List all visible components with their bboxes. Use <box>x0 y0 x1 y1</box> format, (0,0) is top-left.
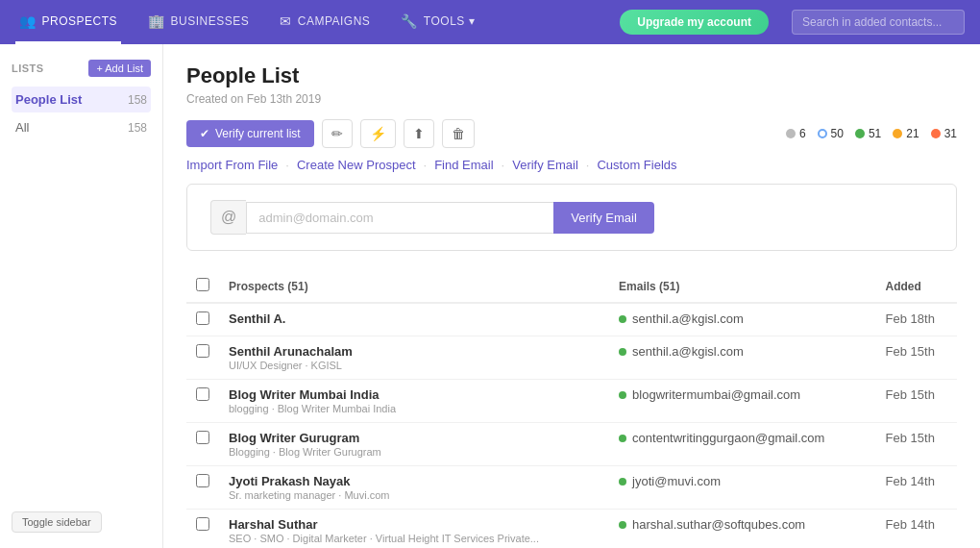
find-email-link[interactable]: Find Email <box>434 158 493 172</box>
create-new-prospect-link[interactable]: Create New Prospect <box>297 158 416 172</box>
table-row: Senthil A. senthil.a@kgisl.com Feb 18th <box>186 303 957 336</box>
email-cell: senthil.a@kgisl.com <box>609 336 875 380</box>
nav-item-tools[interactable]: 🔧 TOOLS ▾ <box>397 0 478 44</box>
email-value: senthil.a@kgisl.com <box>632 311 744 326</box>
email-value: jyoti@muvi.com <box>632 474 721 488</box>
nav-item-prospects[interactable]: 👥 PROSPECTS <box>15 0 121 44</box>
status-dots: 6 50 51 21 31 <box>786 127 957 140</box>
added-date: Feb 15th <box>876 336 957 380</box>
email-status-dot <box>619 391 626 399</box>
prospect-cell: Blog Writer Mumbai India blogging · Blog… <box>219 380 609 423</box>
row-checkbox-cell <box>186 466 219 510</box>
add-list-button[interactable]: + Add List <box>88 60 151 77</box>
prospect-sub: UI/UX Designer · KGISL <box>229 360 600 371</box>
email-status-dot <box>619 521 626 529</box>
prospect-cell: Blog Writer Gurugram Blogging · Blog Wri… <box>219 423 609 466</box>
added-date: Feb 14th <box>876 466 957 510</box>
search-input[interactable] <box>792 10 965 35</box>
email-status-dot <box>619 315 626 323</box>
row-checkbox[interactable] <box>196 387 209 401</box>
status-grey: 6 <box>786 127 806 140</box>
import-from-file-link[interactable]: Import From File <box>186 158 278 172</box>
lists-label: LISTS <box>12 62 44 74</box>
status-green: 51 <box>855 127 881 140</box>
blue-dot-icon <box>818 129 827 138</box>
at-symbol: @ <box>210 200 246 235</box>
verify-icon: ✔ <box>200 127 209 140</box>
nav-label-tools: TOOLS ▾ <box>424 14 475 28</box>
row-checkbox-cell <box>186 423 219 466</box>
delete-button[interactable]: 🗑 <box>442 119 475 148</box>
action-links: Import From File · Create New Prospect ·… <box>186 158 957 172</box>
green-count: 51 <box>869 127 881 140</box>
orange-dot-icon <box>931 129 941 138</box>
nav-label-prospects: PROSPECTS <box>42 14 118 28</box>
filter-button[interactable]: ⚡ <box>360 119 396 148</box>
custom-fields-link[interactable]: Custom Fields <box>597 158 676 172</box>
added-date: Feb 15th <box>876 423 957 466</box>
sidebar-item-all[interactable]: All 158 <box>12 114 151 140</box>
verify-email-button[interactable]: Verify Email <box>553 202 654 234</box>
grey-count: 6 <box>799 127 806 140</box>
sep3: · <box>502 158 505 172</box>
table-row: Jyoti Prakash Nayak Sr. marketing manage… <box>186 466 957 510</box>
nav-item-campaigns[interactable]: ✉ CAMPAIGNS <box>276 0 374 44</box>
prospect-sub: Blogging · Blog Writer Gurugram <box>229 446 600 458</box>
edit-button[interactable]: ✏ <box>322 119 353 148</box>
email-verify-input[interactable] <box>246 202 553 234</box>
green-dot-icon <box>855 129 865 138</box>
verify-email-link[interactable]: Verify Email <box>512 158 578 172</box>
row-checkbox[interactable] <box>196 311 209 325</box>
email-cell: harshal.suthar@softqubes.com <box>609 510 875 549</box>
verify-email-box: @ Verify Email <box>186 184 957 251</box>
main-layout: LISTS + Add List People List 158 All 158… <box>0 44 980 548</box>
prospects-icon: 👥 <box>19 13 37 29</box>
prospect-name: Jyoti Prakash Nayak <box>229 474 600 488</box>
sidebar: LISTS + Add List People List 158 All 158… <box>0 44 163 548</box>
added-date: Feb 18th <box>876 303 957 336</box>
email-status-dot <box>619 435 626 442</box>
added-date: Feb 14th <box>876 510 957 549</box>
row-checkbox-cell <box>186 336 219 380</box>
table-row: Senthil Arunachalam UI/UX Designer · KGI… <box>186 336 957 380</box>
select-all-checkbox[interactable] <box>196 278 209 291</box>
main-content: People List Created on Feb 13th 2019 ✔ V… <box>163 44 980 548</box>
row-checkbox[interactable] <box>196 344 209 358</box>
email-cell: blogwritermumbai@gmail.com <box>609 380 875 423</box>
sidebar-item-people-list[interactable]: People List 158 <box>12 87 151 112</box>
prospect-cell: Harshal Suthar SEO · SMO · Digital Marke… <box>219 510 609 549</box>
sep1: · <box>285 158 289 172</box>
nav-item-businesses[interactable]: 🏢 BUSINESSES <box>144 0 253 44</box>
email-status-dot <box>619 348 626 356</box>
prospect-name: Blog Writer Gurugram <box>229 431 600 445</box>
orange-count: 31 <box>944 127 957 140</box>
upload-button[interactable]: ⬆ <box>404 119 434 148</box>
row-checkbox[interactable] <box>196 431 209 444</box>
email-cell: contentwritinggurgaon@gmail.com <box>609 423 875 466</box>
email-cell: jyoti@muvi.com <box>609 466 875 510</box>
verify-current-list-button[interactable]: ✔ Verify current list <box>186 120 314 147</box>
email-status-dot <box>619 478 626 486</box>
th-checkbox <box>186 270 219 303</box>
grey-dot-icon <box>786 129 796 138</box>
prospect-sub: Sr. marketing manager · Muvi.com <box>229 489 600 501</box>
prospect-sub: SEO · SMO · Digital Marketer · Virtual H… <box>229 533 600 544</box>
lists-header: LISTS + Add List <box>12 60 151 77</box>
nav-label-campaigns: CAMPAIGNS <box>298 14 371 28</box>
yellow-count: 21 <box>906 127 919 140</box>
upgrade-button[interactable]: Upgrade my account <box>620 10 769 35</box>
toggle-sidebar-button[interactable]: Toggle sidebar <box>12 511 102 533</box>
people-list-label: People List <box>15 92 82 107</box>
status-blue: 50 <box>818 127 844 140</box>
all-count: 158 <box>128 121 147 135</box>
row-checkbox[interactable] <box>196 474 209 487</box>
prospect-sub: blogging · Blog Writer Mumbai India <box>229 403 600 414</box>
verify-current-label: Verify current list <box>215 127 301 140</box>
row-checkbox[interactable] <box>196 517 209 531</box>
toolbar: ✔ Verify current list ✏ ⚡ ⬆ 🗑 6 50 51 <box>186 119 957 148</box>
row-checkbox-cell <box>186 380 219 423</box>
row-checkbox-cell <box>186 303 219 336</box>
businesses-icon: 🏢 <box>148 13 165 29</box>
blue-count: 50 <box>831 127 844 140</box>
table-row: Blog Writer Mumbai India blogging · Blog… <box>186 380 957 423</box>
